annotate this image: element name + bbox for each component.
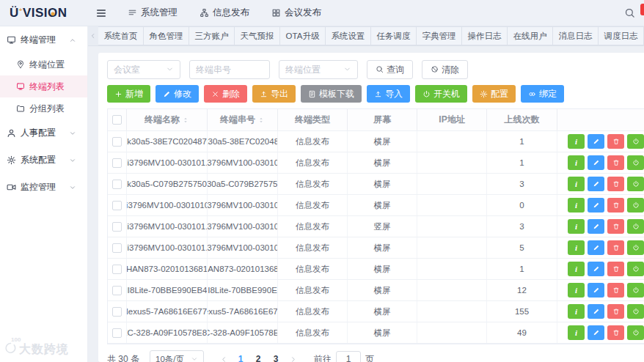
row-info-button[interactable]: i	[568, 134, 585, 149]
nav-item-grid[interactable]: 会议发布	[271, 7, 321, 19]
row-edit-button[interactable]	[588, 304, 604, 319]
row-checkbox[interactable]	[112, 180, 122, 189]
page-number[interactable]: 3	[268, 350, 283, 362]
row-info-button[interactable]: i	[568, 262, 585, 276]
row-power-button[interactable]	[627, 219, 644, 234]
row-checkbox[interactable]	[112, 137, 122, 147]
row-info-button[interactable]: i	[568, 240, 585, 255]
toolbar-button[interactable]: 新增	[107, 85, 150, 103]
row-delete-button[interactable]	[607, 177, 624, 191]
column-header[interactable]: 终端名称	[127, 109, 208, 130]
tab[interactable]: 任务调度	[371, 26, 417, 45]
sidebar-item[interactable]: 终端位置	[0, 53, 87, 75]
row-checkbox[interactable]	[112, 243, 122, 253]
tab[interactable]: 系统设置	[326, 26, 371, 45]
search-button[interactable]: 查询	[367, 60, 413, 79]
row-info-button[interactable]: i	[568, 325, 585, 340]
terminal-serial-input[interactable]	[189, 60, 270, 79]
row-info-button[interactable]: i	[568, 283, 585, 298]
row-edit-button[interactable]	[588, 262, 604, 276]
sidebar-item[interactable]: 分组列表	[0, 97, 87, 119]
nav-item-list[interactable]: 系统管理	[128, 7, 178, 19]
row-delete-button[interactable]	[607, 240, 624, 255]
row-info-button[interactable]: i	[568, 219, 585, 234]
select-all-checkbox[interactable]	[112, 115, 122, 125]
toolbar-button[interactable]: 开关机	[415, 85, 467, 103]
sidebar-group[interactable]: 终端管理	[0, 26, 87, 53]
row-delete-button[interactable]	[607, 219, 624, 234]
row-edit-button[interactable]	[588, 134, 604, 149]
clear-button[interactable]: 清除	[422, 60, 468, 79]
column-header[interactable]: 终端串号	[208, 109, 278, 130]
tab[interactable]: 字典管理	[417, 26, 462, 45]
row-info-button[interactable]: i	[568, 155, 585, 170]
tab[interactable]: OTA升级	[280, 26, 326, 45]
row-edit-button[interactable]	[588, 198, 604, 213]
sidebar-group[interactable]: 人事配置	[0, 119, 87, 147]
row-checkbox[interactable]	[112, 222, 122, 232]
row-power-button[interactable]	[627, 198, 644, 213]
row-delete-button[interactable]	[607, 262, 624, 276]
menu-toggle-icon[interactable]	[95, 7, 107, 19]
prev-page-icon[interactable]	[217, 355, 230, 362]
tab[interactable]: 消息日志	[553, 26, 599, 45]
toolbar-button[interactable]: 导入	[367, 85, 410, 103]
toolbar-button[interactable]: 删除	[204, 85, 247, 103]
sidebar-group[interactable]: 系统配置	[0, 147, 87, 174]
nav-item-sitemap[interactable]: 信息发布	[200, 7, 249, 19]
row-delete-button[interactable]	[607, 198, 624, 213]
row-checkbox[interactable]	[112, 201, 122, 210]
tab[interactable]: 三方账户	[189, 26, 235, 45]
toolbar-button[interactable]: 修改	[155, 85, 199, 103]
row-power-button[interactable]	[627, 134, 644, 149]
row-power-button[interactable]	[627, 155, 644, 170]
row-edit-button[interactable]	[588, 219, 604, 234]
row-delete-button[interactable]	[607, 304, 624, 319]
row-edit-button[interactable]	[588, 177, 604, 191]
row-delete-button[interactable]	[607, 155, 624, 170]
row-info-button[interactable]: i	[568, 304, 585, 319]
row-power-button[interactable]	[627, 262, 644, 276]
row-checkbox[interactable]	[112, 328, 122, 338]
toolbar-button[interactable]: 模板下载	[301, 85, 362, 103]
row-power-button[interactable]	[627, 240, 644, 255]
row-edit-button[interactable]	[588, 155, 604, 170]
row-power-button[interactable]	[627, 283, 644, 298]
toolbar-button[interactable]: 绑定	[521, 85, 564, 103]
row-power-button[interactable]	[627, 177, 644, 191]
goto-page-input[interactable]	[336, 351, 361, 362]
row-checkbox[interactable]	[112, 307, 122, 317]
tab-scroll-left-icon[interactable]	[88, 26, 98, 45]
row-info-button[interactable]: i	[568, 177, 585, 191]
row-delete-button[interactable]	[607, 283, 624, 298]
tab[interactable]: 在线用户	[508, 26, 553, 45]
page-number[interactable]: 2	[251, 350, 266, 362]
next-page-icon[interactable]	[286, 355, 299, 362]
toolbar-button[interactable]: 导出	[252, 85, 296, 103]
sidebar-group[interactable]: 监控管理	[0, 174, 87, 201]
terminal-location-select[interactable]: 终端位置	[279, 60, 358, 79]
global-search-icon[interactable]	[624, 7, 635, 19]
tab[interactable]: 角色管理	[144, 26, 189, 45]
row-delete-button[interactable]	[607, 134, 624, 149]
toolbar-button[interactable]: 配置	[472, 85, 516, 103]
row-edit-button[interactable]	[588, 283, 604, 298]
row-edit-button[interactable]	[588, 240, 604, 255]
notification-badge[interactable]	[640, 4, 644, 15]
tab[interactable]: 调度日志	[599, 26, 644, 45]
tab[interactable]: 天气预报	[235, 26, 280, 45]
row-checkbox[interactable]	[112, 286, 122, 295]
tab[interactable]: 操作日志	[462, 26, 508, 45]
meeting-room-select[interactable]: 会议室	[107, 60, 180, 79]
row-power-button[interactable]	[627, 325, 644, 340]
tab[interactable]: 系统首页	[98, 26, 144, 45]
row-checkbox[interactable]	[112, 265, 122, 274]
page-number[interactable]: 1	[233, 350, 248, 362]
page-size-select[interactable]: 10条/页	[150, 350, 204, 362]
row-checkbox[interactable]	[112, 158, 122, 168]
row-edit-button[interactable]	[588, 325, 604, 340]
row-power-button[interactable]	[627, 304, 644, 319]
sidebar-item[interactable]: 终端列表	[0, 75, 87, 97]
row-delete-button[interactable]	[607, 325, 624, 340]
row-info-button[interactable]: i	[568, 198, 585, 213]
